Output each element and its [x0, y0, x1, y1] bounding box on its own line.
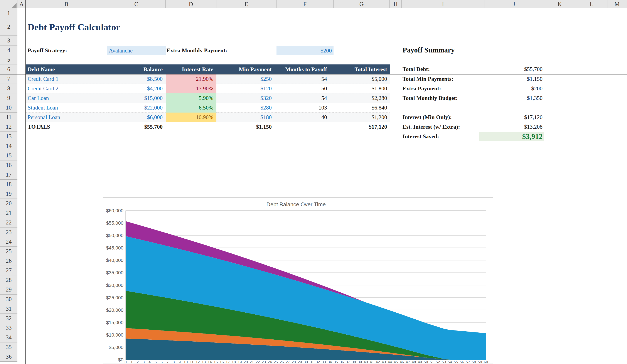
min-payment-cell[interactable]: $320: [216, 93, 276, 103]
row-header-3[interactable]: 3: [0, 36, 17, 46]
months-to-payoff-cell[interactable]: 54: [276, 74, 333, 84]
row-header-36[interactable]: 36: [0, 352, 17, 362]
row-header-6[interactable]: 6: [0, 64, 17, 74]
row-header-11[interactable]: 11: [0, 112, 17, 122]
column-header-L[interactable]: L: [576, 0, 607, 8]
row-header-14[interactable]: 14: [0, 141, 17, 151]
summary-value-5[interactable]: $13,208: [484, 122, 544, 132]
balance-cell[interactable]: $8,500: [107, 74, 166, 84]
row-header-15[interactable]: 15: [0, 151, 17, 160]
months-to-payoff-cell[interactable]: 103: [276, 103, 333, 112]
summary-value-3[interactable]: $1,350: [484, 93, 544, 103]
row-header-23[interactable]: 23: [0, 227, 17, 237]
months-to-payoff-cell[interactable]: 54: [276, 93, 333, 103]
row-header-10[interactable]: 10: [0, 103, 17, 112]
row-header-16[interactable]: 16: [0, 160, 17, 170]
table-header-2[interactable]: Interest Rate: [166, 64, 216, 74]
min-payment-cell[interactable]: $180: [216, 112, 276, 122]
summary-value-0[interactable]: $55,700: [484, 64, 544, 74]
row-header-5[interactable]: 5: [0, 55, 17, 64]
row-header-4[interactable]: 4: [0, 46, 17, 55]
months-to-payoff-cell[interactable]: 50: [276, 84, 333, 93]
total-interest-cell[interactable]: $6,840: [333, 103, 390, 112]
summary-value-4[interactable]: $17,120: [484, 112, 544, 122]
row-header-27[interactable]: 27: [0, 266, 17, 275]
table-header-4[interactable]: Months to Payoff: [276, 64, 333, 74]
row-header-25[interactable]: 25: [0, 247, 17, 256]
interest-rate-cell[interactable]: 17.90%: [166, 84, 216, 93]
total-interest-cell[interactable]: $5,000: [333, 74, 390, 84]
row-header-7[interactable]: 7: [0, 74, 17, 84]
row-header-33[interactable]: 33: [0, 323, 17, 333]
column-header-B[interactable]: B: [26, 0, 107, 8]
row-header-34[interactable]: 34: [0, 333, 17, 342]
balance-cell[interactable]: $4,200: [107, 84, 166, 93]
row-header-35[interactable]: 35: [0, 342, 17, 352]
balance-cell[interactable]: $22,000: [107, 103, 166, 112]
select-all-corner[interactable]: [0, 0, 17, 8]
column-header-H[interactable]: H: [390, 0, 402, 8]
balance-cell[interactable]: $6,000: [107, 112, 166, 122]
row-header-24[interactable]: 24: [0, 237, 17, 247]
interest-saved-cell[interactable]: $3,912: [479, 132, 544, 141]
row-header-2[interactable]: 2: [0, 18, 17, 36]
summary-value-1[interactable]: $1,150: [484, 74, 544, 84]
row-header-28[interactable]: 28: [0, 275, 17, 285]
table-header-3[interactable]: Min Payment: [216, 64, 276, 74]
row-header-20[interactable]: 20: [0, 199, 17, 208]
interest-rate-cell[interactable]: 6.50%: [166, 103, 216, 112]
min-payment-cell[interactable]: $280: [216, 103, 276, 112]
table-header-1[interactable]: Balance: [107, 64, 166, 74]
column-header-F[interactable]: F: [276, 0, 333, 8]
min-payment-cell[interactable]: $250: [216, 74, 276, 84]
debt-name-cell[interactable]: Credit Card 2: [26, 84, 107, 93]
row-header-1[interactable]: 1: [0, 8, 17, 18]
balance-cell[interactable]: $15,000: [107, 93, 166, 103]
table-header-0[interactable]: Debt Name: [26, 64, 107, 74]
row-header-26[interactable]: 26: [0, 256, 17, 266]
row-header-21[interactable]: 21: [0, 208, 17, 218]
row-header-30[interactable]: 30: [0, 295, 17, 304]
column-header-D[interactable]: D: [166, 0, 216, 8]
interest-rate-cell[interactable]: 21.90%: [166, 74, 216, 84]
strategy-input[interactable]: Avalanche: [107, 46, 166, 55]
column-header-J[interactable]: J: [484, 0, 544, 8]
min-payment-cell[interactable]: $120: [216, 84, 276, 93]
column-header-A[interactable]: A: [17, 0, 26, 8]
row-header-32[interactable]: 32: [0, 314, 17, 323]
row-header-12[interactable]: 12: [0, 122, 17, 132]
months-to-payoff-cell[interactable]: 40: [276, 112, 333, 122]
row-header-19[interactable]: 19: [0, 189, 17, 199]
summary-value-2[interactable]: $200: [484, 84, 544, 93]
row-header-29[interactable]: 29: [0, 285, 17, 295]
total-interest-cell[interactable]: $2,280: [333, 93, 390, 103]
table-header-5[interactable]: Total Interest: [333, 64, 390, 74]
row-header-9[interactable]: 9: [0, 93, 17, 103]
totals-balance-cell[interactable]: $55,700: [107, 122, 166, 132]
row-header-18[interactable]: 18: [0, 180, 17, 189]
debt-name-cell[interactable]: Student Loan: [26, 103, 107, 112]
interest-rate-cell[interactable]: 5.90%: [166, 93, 216, 103]
column-header-G[interactable]: G: [333, 0, 390, 8]
extra-payment-input[interactable]: $200: [276, 46, 333, 55]
column-header-E[interactable]: E: [216, 0, 276, 8]
row-header-31[interactable]: 31: [0, 304, 17, 314]
totals-min-payment-cell[interactable]: $1,150: [216, 122, 276, 132]
debt-balance-chart[interactable]: $0$5,000$10,000$15,000$20,000$25,000$30,…: [103, 197, 493, 364]
total-interest-cell[interactable]: $1,200: [333, 112, 390, 122]
column-header-M[interactable]: M: [607, 0, 627, 8]
column-header-K[interactable]: K: [544, 0, 576, 8]
interest-rate-cell[interactable]: 10.90%: [166, 112, 216, 122]
column-header-I[interactable]: I: [402, 0, 484, 8]
column-header-C[interactable]: C: [107, 0, 166, 8]
row-header-8[interactable]: 8: [0, 84, 17, 93]
debt-name-cell[interactable]: Personal Loan: [26, 112, 107, 122]
row-header-17[interactable]: 17: [0, 170, 17, 180]
totals-label-cell[interactable]: TOTALS: [26, 122, 107, 132]
debt-name-cell[interactable]: Car Loan: [26, 93, 107, 103]
row-header-13[interactable]: 13: [0, 132, 17, 141]
totals-interest-cell[interactable]: $17,120: [333, 122, 390, 132]
row-header-22[interactable]: 22: [0, 218, 17, 227]
debt-name-cell[interactable]: Credit Card 1: [26, 74, 107, 84]
total-interest-cell[interactable]: $1,800: [333, 84, 390, 93]
